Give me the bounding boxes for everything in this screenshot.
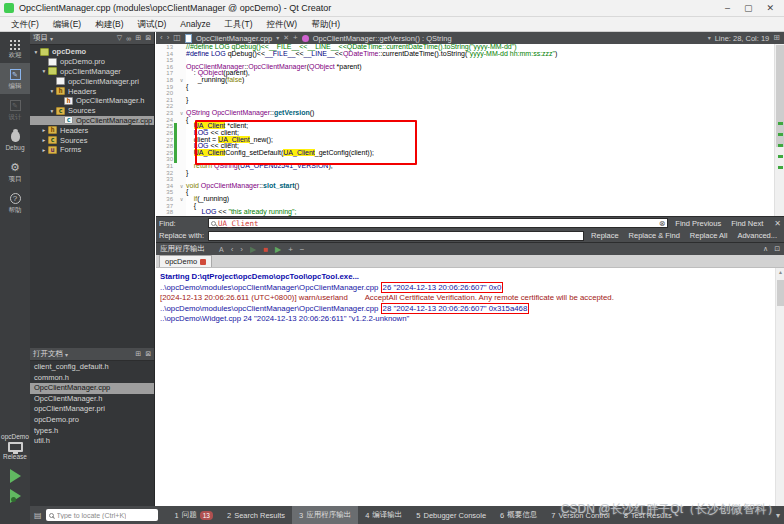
expand-arrow-icon[interactable]: ▾	[32, 49, 40, 55]
open-documents-title[interactable]: 打开文档	[33, 349, 63, 359]
output-tab-opcdemo[interactable]: opcDemo	[159, 255, 212, 267]
status-panel-button-2[interactable]: 2Search Results	[220, 506, 292, 524]
scroll-up-icon[interactable]: ▲	[777, 269, 784, 275]
expand-arrow-icon[interactable]: ▾	[48, 108, 56, 114]
find-bar-button[interactable]: Find Next	[731, 219, 763, 228]
expand-arrow-icon[interactable]: ▾	[48, 88, 56, 94]
projects-panel-title[interactable]: 项目	[33, 33, 48, 43]
menu-item[interactable]: 调试(D)	[131, 17, 174, 32]
open-document-item[interactable]: opcClientManager.pri	[30, 404, 154, 415]
maximize-button[interactable]: ▢	[744, 3, 753, 13]
mode-item-projects[interactable]: ⚙项目	[0, 156, 30, 187]
open-document-item[interactable]: opcDemo.pro	[30, 415, 154, 426]
menu-item[interactable]: 文件(F)	[4, 17, 46, 32]
application-output-console[interactable]: Starting D:\qtProject\opcDemo\opcTool\op…	[156, 268, 784, 506]
status-panel-button-6[interactable]: 6概要信息	[493, 506, 544, 524]
menu-item[interactable]: 控件(W)	[259, 17, 304, 32]
forward-icon[interactable]: ›	[167, 33, 170, 43]
find-bar-button[interactable]: Replace All	[690, 231, 728, 240]
menu-item[interactable]: 工具(T)	[218, 17, 260, 32]
zoom-out-icon[interactable]: −	[300, 245, 305, 254]
tree-item[interactable]: ▸Headers	[30, 125, 154, 135]
overflow-dropdown-icon[interactable]: ▾	[708, 33, 711, 43]
stop-process-icon[interactable]	[200, 259, 206, 265]
stop-icon[interactable]: ■	[263, 245, 268, 254]
output-panes-icon[interactable]: ▤	[34, 511, 42, 520]
console-scrollbar[interactable]: ▲	[775, 268, 784, 506]
expand-arrow-icon[interactable]: ▸	[40, 127, 48, 133]
find-bar-button[interactable]: Find Previous	[675, 219, 721, 228]
open-file-name[interactable]: OpcClientManager.cpp	[196, 34, 272, 43]
tree-item[interactable]: ▾Headers	[30, 86, 154, 96]
tree-item[interactable]: opcDemo.pro	[30, 57, 154, 67]
next-item-icon[interactable]: ›	[240, 245, 243, 254]
fold-marker-icon[interactable]: ∨	[177, 77, 186, 84]
mode-item-edit[interactable]: ✎编辑	[0, 63, 30, 94]
chevron-down-icon[interactable]: ▾	[65, 351, 68, 358]
find-bar-button[interactable]: Replace & Find	[629, 231, 680, 240]
code-editor[interactable]: 13//#define LOG qDebug()<<__FILE__<<__LI…	[156, 44, 784, 216]
symbol-selector[interactable]: OpcClientManager::getVersion() : QString	[313, 34, 452, 43]
find-input[interactable]: UA_Client ⊗	[208, 218, 668, 228]
open-document-item[interactable]: client_config_default.h	[30, 362, 154, 373]
split-icon[interactable]: ⊞	[773, 33, 780, 43]
chevron-down-icon[interactable]: ▾	[50, 35, 53, 42]
word-wrap-icon[interactable]: A	[219, 246, 224, 253]
sync-with-editor-icon[interactable]: ∞	[126, 35, 131, 42]
tree-item[interactable]: opcClientManager.pri	[30, 76, 154, 86]
close-button[interactable]: ✕	[766, 3, 774, 13]
find-bar-button[interactable]: Advanced...	[737, 231, 777, 240]
start-debugging-button[interactable]	[10, 489, 21, 503]
filter-icon[interactable]: ▽	[117, 34, 122, 42]
split-panel-icon[interactable]: ⊞	[135, 34, 141, 42]
open-document-item[interactable]: OpcClientManager.h	[30, 394, 154, 405]
mode-item-design[interactable]: ✎设计	[0, 94, 30, 125]
back-icon[interactable]: ‹	[160, 33, 163, 43]
editor-scrollbar[interactable]	[774, 44, 784, 216]
tree-item[interactable]: OpcClientManager.h	[30, 96, 154, 106]
file-dropdown-icon[interactable]: ▾	[276, 33, 279, 43]
open-document-item[interactable]: types.h	[30, 426, 154, 437]
run-button[interactable]	[10, 469, 21, 483]
console-scrollbar-thumb[interactable]	[777, 280, 784, 306]
expand-arrow-icon[interactable]: ▸	[40, 147, 48, 153]
open-document-item[interactable]: util.h	[30, 436, 154, 447]
mode-item-debug[interactable]: Debug	[0, 125, 30, 156]
fold-marker-icon[interactable]: ∨	[177, 110, 186, 117]
close-panel-icon[interactable]: ⊠	[145, 350, 151, 358]
run-debug-icon[interactable]: ▶	[275, 245, 281, 254]
expand-arrow-icon[interactable]: ▾	[40, 68, 48, 74]
split-panel-icon[interactable]: ⊞	[135, 350, 141, 358]
open-document-item[interactable]: common.h	[30, 373, 154, 384]
maximize-pane-icon[interactable]: ⊡	[774, 245, 780, 253]
split-editor-icon[interactable]: ◫	[173, 33, 181, 43]
minimize-button[interactable]: –	[725, 3, 730, 13]
status-panel-button-1[interactable]: 1问题13	[168, 506, 220, 524]
prev-item-icon[interactable]: ‹	[231, 245, 234, 254]
tree-item[interactable]: ▾opcClientManager	[30, 67, 154, 77]
close-find-bar-icon[interactable]: ✕	[774, 219, 781, 228]
menu-item[interactable]: Analyze	[173, 17, 217, 32]
status-panel-button-3[interactable]: 3应用程序输出	[292, 506, 358, 524]
menu-item[interactable]: 编辑(E)	[46, 17, 88, 32]
locator-input[interactable]: Type to locate (Ctrl+K)	[46, 509, 158, 521]
zoom-in-icon[interactable]: +	[288, 245, 293, 254]
tree-item[interactable]: ▸Sources	[30, 135, 154, 145]
mode-item-welcome[interactable]: 欢迎	[0, 32, 30, 63]
minimize-pane-icon[interactable]: ∧	[763, 245, 768, 253]
editor-scrollbar-thumb[interactable]	[776, 45, 784, 147]
tree-item[interactable]: ▾opcDemo	[30, 47, 154, 57]
tree-item[interactable]: OpcClientManager.cpp	[30, 116, 154, 126]
line-column-indicator[interactable]: Line: 28, Col: 19	[715, 34, 770, 43]
clear-search-icon[interactable]: ⊗	[659, 219, 666, 228]
expand-arrow-icon[interactable]: ▸	[40, 137, 48, 143]
open-document-item[interactable]: OpcClientManager.cpp	[30, 383, 154, 394]
status-panel-button-5[interactable]: 5Debugger Console	[409, 506, 493, 524]
find-input-value[interactable]: UA_Client	[218, 219, 657, 228]
fold-marker-icon[interactable]: ∨	[177, 196, 186, 203]
close-document-icon[interactable]: ✕	[283, 33, 289, 43]
tree-item[interactable]: ▾Sources	[30, 106, 154, 116]
find-bar-button[interactable]: Replace	[591, 231, 619, 240]
fold-marker-icon[interactable]: ∨	[177, 183, 186, 190]
tree-item[interactable]: ▸Forms	[30, 145, 154, 155]
